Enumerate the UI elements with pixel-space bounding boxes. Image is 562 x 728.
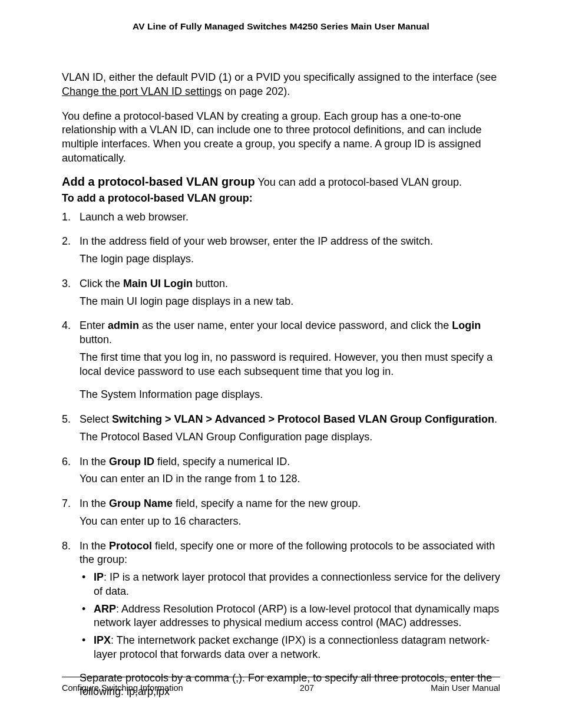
step-3-line1: Click the Main UI Login button. [80,277,500,291]
step-2-line2: The login page displays. [80,252,500,266]
procedure-steps: Launch a web browser. In the address fie… [62,210,500,700]
section-heading-main: Add a protocol-based VLAN group [62,175,255,188]
bullet-ip: IP: IP is a network layer protocol that … [80,571,500,599]
step-7: In the Group Name field, specify a name … [62,497,500,529]
step-6-line2: You can enter an ID in the range from 1 … [80,472,500,486]
step-6: In the Group ID field, specify a numeric… [62,455,500,487]
step-5-line1: Select Switching > VLAN > Advanced > Pro… [80,413,500,427]
step-3-line2: The main UI login page displays in a new… [80,295,500,309]
document-page: AV Line of Fully Managed Switches M4250 … [0,0,562,699]
step-5-line2: The Protocol Based VLAN Group Configurat… [80,430,500,444]
step-8-line1: In the Protocol field, specify one or mo… [80,539,500,568]
bullet-ipx: IPX: The internetwork packet exchange (I… [80,634,500,662]
intro-p1-a: VLAN ID, either the default PVID (1) or … [62,71,497,83]
footer-left: Configure Switching Information [62,683,183,693]
intro-p1-b: on page 202). [222,85,290,97]
page-footer: Configure Switching Information 207 Main… [62,677,500,693]
cross-reference-link[interactable]: Change the port VLAN ID settings [62,85,222,97]
step-8: In the Protocol field, specify one or mo… [62,539,500,700]
intro-paragraph-2: You define a protocol-based VLAN by crea… [62,110,500,166]
procedure-heading: To add a protocol-based VLAN group: [62,192,500,205]
step-4: Enter admin as the user name, enter your… [62,319,500,402]
step-6-line1: In the Group ID field, specify a numeric… [80,455,500,469]
document-header-title: AV Line of Fully Managed Switches M4250 … [62,21,500,32]
step-2-line1: In the address field of your web browser… [80,235,500,249]
intro-paragraph-1: VLAN ID, either the default PVID (1) or … [62,71,500,99]
step-7-line1: In the Group Name field, specify a name … [80,497,500,511]
section-heading: Add a protocol-based VLAN group You can … [62,175,500,189]
footer-right: Main User Manual [431,683,500,693]
step-3: Click the Main UI Login button. The main… [62,277,500,309]
step-5: Select Switching > VLAN > Advanced > Pro… [62,413,500,444]
step-1-text: Launch a web browser. [80,210,500,225]
step-4-line2: The first time that you log in, no passw… [80,351,500,379]
step-4-line1: Enter admin as the user name, enter your… [80,319,500,347]
footer-page-number: 207 [300,683,314,693]
step-4-line3: The System Information page displays. [80,388,500,402]
bullet-arp: ARP: Address Resolution Protocol (ARP) i… [80,602,500,631]
section-heading-tail: You can add a protocol-based VLAN group. [255,176,462,188]
step-1: Launch a web browser. [62,210,500,225]
step-2: In the address field of your web browser… [62,235,500,266]
protocol-bullets: IP: IP is a network layer protocol that … [80,571,500,662]
step-7-line2: You can enter up to 16 characters. [80,515,500,529]
